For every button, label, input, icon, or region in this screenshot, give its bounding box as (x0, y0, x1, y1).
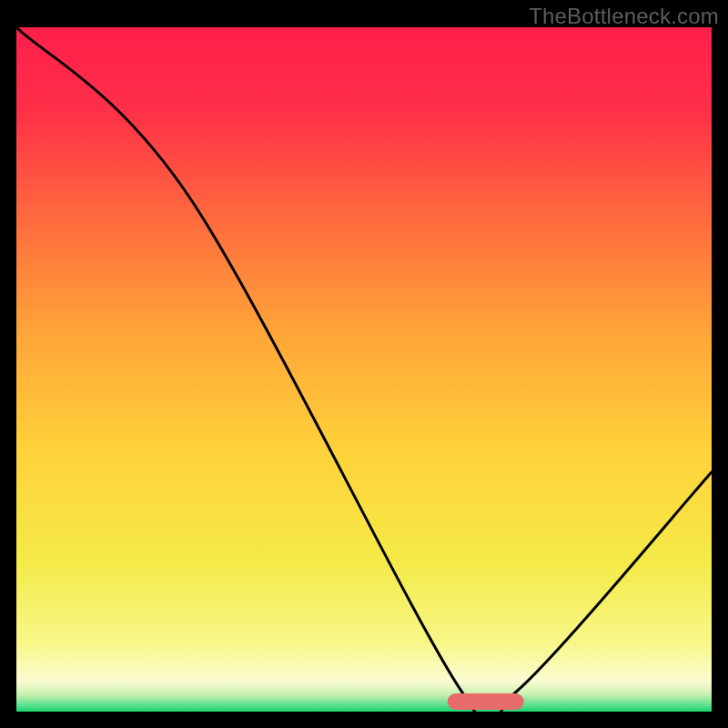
chart-stage: TheBottleneck.com (0, 0, 728, 728)
plot-area (16, 27, 712, 712)
optimal-zone-marker (448, 693, 524, 710)
bottleneck-chart (0, 0, 728, 728)
watermark-label: TheBottleneck.com (529, 4, 719, 29)
